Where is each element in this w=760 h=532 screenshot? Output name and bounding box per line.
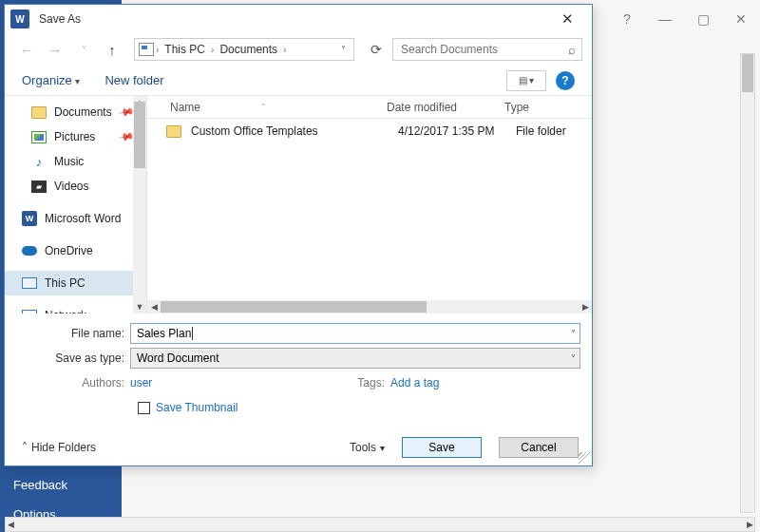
search-icon[interactable]: ⌕	[568, 43, 576, 57]
nav-up[interactable]: ↑	[100, 38, 124, 61]
chevron-up-icon: ˄	[22, 441, 28, 454]
nav-back[interactable]: ←	[14, 38, 39, 61]
tags-value[interactable]: Add a tag	[390, 376, 580, 390]
cell-date: 4/12/2017 1:35 PM	[398, 124, 516, 138]
list-horizontal-scrollbar[interactable]: ◀▶	[147, 300, 592, 314]
save-thumbnail-label[interactable]: Save Thumbnail	[156, 401, 238, 414]
tree-thispc[interactable]: This PC	[5, 271, 146, 295]
tree-network[interactable]: Network	[5, 303, 146, 314]
refresh-button[interactable]: ⟳	[364, 38, 389, 61]
breadcrumb[interactable]: › This PC › Documents › ˅	[134, 38, 354, 61]
cancel-button[interactable]: Cancel	[499, 437, 579, 458]
column-name[interactable]: Name ˄	[147, 101, 387, 114]
tree-label: Videos	[54, 180, 88, 193]
filetype-value: Word Document	[137, 352, 218, 365]
filetype-label: Save as type:	[16, 352, 130, 365]
filename-value: Sales Plan	[137, 327, 191, 340]
tree-pictures[interactable]: Pictures 📌	[5, 124, 146, 149]
word-icon: W	[22, 211, 37, 226]
search-input[interactable]	[399, 42, 551, 57]
tree-word[interactable]: W Microsoft Word	[5, 206, 146, 231]
chevron-right-icon: ›	[211, 45, 214, 55]
chevron-right-icon: ›	[156, 45, 159, 55]
tree-scrollbar[interactable]: ▲ ▼	[133, 96, 146, 314]
maximize-button[interactable]: ▢	[684, 9, 722, 29]
music-icon: ♪	[31, 154, 47, 169]
authors-value[interactable]: user	[130, 376, 152, 390]
column-type[interactable]: Type	[504, 101, 592, 114]
folder-icon	[31, 106, 47, 119]
tree-onedrive[interactable]: OneDrive	[5, 238, 146, 263]
sidebar-feedback[interactable]: Feedback	[0, 470, 122, 500]
tree-label: Pictures	[54, 130, 95, 143]
file-list: Name ˄ Date modified Type Custom Office …	[147, 96, 592, 314]
tree-label: Microsoft Word	[45, 212, 121, 225]
tree-label: Documents	[54, 105, 112, 119]
new-folder-button[interactable]: New folder	[104, 73, 163, 87]
tree-music[interactable]: ♪ Music	[5, 149, 146, 174]
folder-icon	[166, 125, 181, 138]
nav-tree: Documents 📌 Pictures 📌 ♪ Music ▰ Videos	[5, 96, 147, 314]
filetype-select[interactable]: Word Document ˅	[130, 348, 580, 369]
cell-name: Custom Office Templates	[191, 124, 398, 138]
vertical-scrollbar[interactable]	[740, 53, 755, 513]
list-header: Name ˄ Date modified Type	[147, 96, 592, 119]
list-body: Custom Office Templates 4/12/2017 1:35 P…	[147, 119, 592, 314]
tree-label: OneDrive	[45, 244, 93, 257]
window-controls: ? — ▢ ✕	[608, 9, 760, 29]
horizontal-scrollbar[interactable]: ◀▶	[5, 517, 755, 532]
network-icon	[22, 310, 37, 314]
dialog-close-button[interactable]: ✕	[548, 5, 586, 33]
breadcrumb-leaf[interactable]: Documents	[216, 43, 281, 56]
tree-label: This PC	[45, 276, 86, 290]
tree-videos[interactable]: ▰ Videos	[5, 174, 146, 199]
chevron-down-icon[interactable]: ˅	[571, 329, 576, 339]
tree-label: Music	[54, 155, 84, 168]
nav-recent-dropdown[interactable]: ˅	[71, 38, 96, 61]
save-as-dialog: W Save As ✕ ← → ˅ ↑ › This PC › Document…	[4, 4, 593, 466]
breadcrumb-dropdown[interactable]: ˅	[336, 45, 350, 55]
column-date[interactable]: Date modified	[387, 101, 504, 114]
search-box[interactable]: ⌕	[392, 38, 582, 61]
breadcrumb-root[interactable]: This PC	[161, 43, 209, 56]
tree-label: Network	[45, 309, 86, 314]
drive-icon	[139, 43, 154, 56]
tags-label: Tags:	[357, 376, 390, 390]
button-row: ˄ Hide Folders Tools ▾ Save Cancel	[5, 424, 592, 466]
organize-menu[interactable]: Organize ▾	[22, 73, 80, 87]
dialog-title: Save As	[39, 12, 548, 26]
pc-icon	[22, 277, 37, 289]
lower-panel: File name: Sales Plan ˅ Save as type: Wo…	[5, 314, 592, 424]
close-button[interactable]: ✕	[722, 9, 760, 29]
onedrive-icon	[22, 245, 37, 256]
videos-icon: ▰	[31, 180, 47, 193]
cell-type: File folder	[516, 124, 566, 138]
hide-folders-toggle[interactable]: ˄ Hide Folders	[18, 441, 96, 454]
sort-caret-icon: ˄	[261, 103, 266, 112]
toolbar: Organize ▾ New folder ▤ ▾ ?	[5, 66, 592, 96]
save-button[interactable]: Save	[402, 437, 482, 458]
resize-grip[interactable]	[579, 452, 590, 464]
filename-label: File name:	[16, 327, 130, 340]
text-caret	[192, 327, 193, 340]
word-icon: W	[10, 10, 29, 28]
authors-label: Authors:	[16, 376, 130, 390]
dialog-titlebar[interactable]: W Save As ✕	[5, 5, 592, 33]
help-icon[interactable]: ?	[556, 71, 575, 90]
tree-documents[interactable]: Documents 📌	[5, 100, 146, 124]
chevron-down-icon[interactable]: ˅	[571, 353, 576, 364]
pictures-icon	[31, 131, 47, 143]
view-mode-button[interactable]: ▤ ▾	[506, 70, 546, 91]
nav-row: ← → ˅ ↑ › This PC › Documents › ˅ ⟳ ⌕	[5, 33, 592, 66]
save-thumbnail-checkbox[interactable]	[138, 402, 150, 414]
help-button[interactable]: ?	[608, 9, 646, 29]
table-row[interactable]: Custom Office Templates 4/12/2017 1:35 P…	[147, 119, 592, 143]
minimize-button[interactable]: —	[646, 9, 684, 29]
nav-forward[interactable]: →	[43, 38, 67, 61]
filename-input[interactable]: Sales Plan ˅	[130, 323, 580, 344]
tools-menu[interactable]: Tools ▾	[350, 441, 385, 454]
chevron-right-icon: ›	[283, 45, 286, 55]
